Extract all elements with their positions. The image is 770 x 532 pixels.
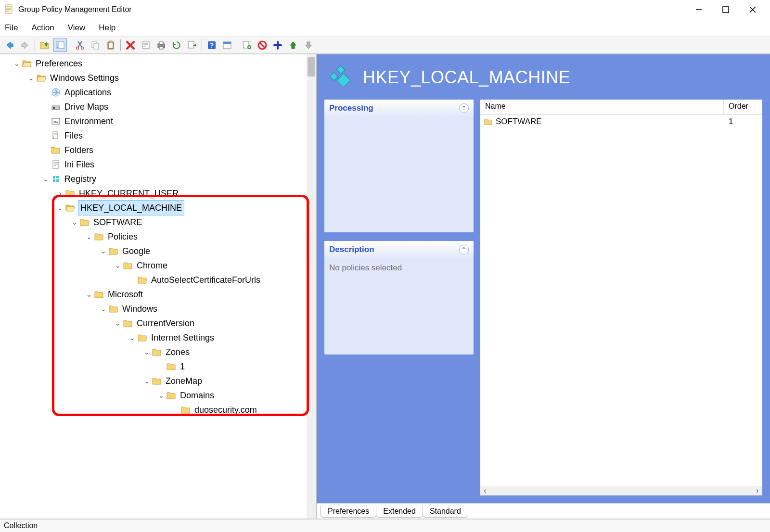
svg-rect-1 bbox=[723, 7, 729, 13]
copy-button[interactable] bbox=[89, 38, 102, 52]
svg-rect-19 bbox=[223, 42, 231, 44]
svg-rect-14 bbox=[159, 47, 163, 49]
tab-standard[interactable]: Standard bbox=[423, 506, 468, 518]
tree-item-folders[interactable]: ⌄Folders bbox=[0, 143, 316, 157]
stop-button[interactable] bbox=[256, 38, 269, 52]
list-item-order: 1 bbox=[724, 117, 762, 127]
paste-button[interactable] bbox=[104, 38, 117, 52]
svg-rect-9 bbox=[109, 43, 113, 48]
tree-item-internet-settings[interactable]: ⌄Internet Settings bbox=[0, 330, 316, 345]
add-button[interactable] bbox=[271, 38, 284, 52]
new-item-button[interactable] bbox=[240, 38, 254, 52]
cut-button[interactable] bbox=[73, 38, 87, 52]
svg-point-4 bbox=[77, 47, 79, 50]
tree-item-environment[interactable]: ⌄%xEnvironment bbox=[0, 114, 316, 128]
column-header-name[interactable]: Name bbox=[480, 100, 724, 114]
move-up-button[interactable] bbox=[286, 38, 300, 52]
tree[interactable]: ⌄Preferences ⌄Windows Settings ⌄Applicat… bbox=[0, 54, 316, 419]
list-item[interactable]: SOFTWARE 1 bbox=[480, 115, 762, 128]
tree-item-google[interactable]: ⌄Google bbox=[0, 244, 316, 258]
options-button[interactable] bbox=[220, 38, 234, 52]
list-horizontal-scrollbar[interactable]: ‹› bbox=[480, 486, 762, 495]
collapse-processing-button[interactable]: ⌃ bbox=[459, 103, 469, 113]
details-title: HKEY_LOCAL_MACHINE bbox=[363, 67, 570, 88]
items-list: Name Order SOFTWARE 1 ‹› bbox=[480, 100, 762, 495]
tree-item-hklm[interactable]: ⌄HKEY_LOCAL_MACHINE bbox=[0, 201, 316, 215]
tree-item-autoselect[interactable]: ⌄AutoSelectCertificateForUrls bbox=[0, 273, 316, 287]
details-tabs: Preferences Extended Standard bbox=[317, 503, 770, 518]
tree-vertical-scrollbar[interactable] bbox=[307, 54, 316, 519]
show-hide-tree-button[interactable] bbox=[53, 38, 67, 52]
svg-rect-13 bbox=[159, 42, 163, 44]
forward-button[interactable] bbox=[18, 38, 32, 52]
registry-icon bbox=[328, 64, 355, 91]
tree-item-microsoft[interactable]: ⌄Microsoft bbox=[0, 287, 316, 302]
print-button[interactable] bbox=[154, 38, 168, 52]
maximize-button[interactable] bbox=[712, 0, 739, 19]
back-button[interactable] bbox=[3, 38, 16, 52]
folder-icon bbox=[484, 117, 493, 126]
svg-rect-29 bbox=[53, 161, 59, 168]
collapse-description-button[interactable]: ⌃ bbox=[459, 245, 469, 254]
svg-rect-11 bbox=[142, 42, 149, 49]
tree-item-windows[interactable]: ⌄Windows bbox=[0, 302, 316, 316]
menu-view[interactable]: View bbox=[68, 23, 86, 33]
menu-help[interactable]: Help bbox=[99, 23, 116, 33]
svg-rect-33 bbox=[56, 179, 59, 182]
tree-item-applications[interactable]: ⌄Applications bbox=[0, 85, 316, 100]
details-header: HKEY_LOCAL_MACHINE bbox=[328, 64, 762, 91]
tree-item-zonemap[interactable]: ⌄ZoneMap bbox=[0, 374, 316, 388]
svg-rect-32 bbox=[53, 179, 55, 182]
toolbar-sep bbox=[35, 39, 35, 51]
menu-file[interactable]: File bbox=[5, 23, 18, 33]
delete-button[interactable] bbox=[124, 38, 137, 52]
tree-item-currentversion[interactable]: ⌄CurrentVersion bbox=[0, 316, 316, 330]
tree-item-files[interactable]: ⌄Files bbox=[0, 128, 316, 143]
svg-rect-35 bbox=[330, 73, 338, 81]
tree-item-chrome[interactable]: ⌄Chrome bbox=[0, 258, 316, 273]
tree-item-duosecurity[interactable]: ⌄duosecurity.com bbox=[0, 403, 316, 417]
tree-item-drive-maps[interactable]: ⌄Drive Maps bbox=[0, 100, 316, 114]
properties-button[interactable] bbox=[139, 38, 153, 52]
refresh-button[interactable] bbox=[170, 38, 183, 52]
status-text: Collection bbox=[4, 521, 38, 530]
title-bar: Group Policy Management Editor bbox=[0, 0, 770, 19]
tab-preferences[interactable]: Preferences bbox=[321, 506, 376, 518]
svg-rect-25 bbox=[53, 107, 55, 109]
processing-header-label: Processing bbox=[329, 103, 373, 113]
tree-item-policies[interactable]: ⌄Policies bbox=[0, 229, 316, 244]
app-icon bbox=[4, 4, 13, 15]
processing-panel: Processing ⌃ bbox=[324, 100, 474, 232]
description-text: No policies selected bbox=[329, 263, 402, 272]
details-panel: HKEY_LOCAL_MACHINE Processing ⌃ bbox=[317, 54, 770, 519]
tree-item-hkcu[interactable]: ›HKEY_CURRENT_USER bbox=[0, 186, 316, 201]
tree-item-ini-files[interactable]: ⌄Ini Files bbox=[0, 157, 316, 172]
svg-text:?: ? bbox=[210, 41, 214, 49]
svg-text:%x: %x bbox=[53, 120, 58, 124]
tree-item-windows-settings[interactable]: ⌄Windows Settings bbox=[0, 71, 316, 85]
svg-rect-34 bbox=[337, 66, 345, 74]
tree-item-domains[interactable]: ⌄Domains bbox=[0, 388, 316, 403]
menu-bar: File Action View Help bbox=[0, 19, 770, 37]
tree-item-zones[interactable]: ⌄Zones bbox=[0, 345, 316, 359]
toolbar-sep bbox=[202, 39, 202, 51]
help-button[interactable]: ? bbox=[205, 38, 218, 52]
column-header-order[interactable]: Order bbox=[724, 100, 762, 114]
menu-action[interactable]: Action bbox=[31, 23, 54, 33]
tab-extended[interactable]: Extended bbox=[376, 506, 423, 518]
close-button[interactable] bbox=[739, 0, 766, 19]
window-title: Group Policy Management Editor bbox=[18, 5, 685, 14]
description-header-label: Description bbox=[329, 245, 374, 254]
minimize-button[interactable] bbox=[685, 0, 712, 19]
export-button[interactable] bbox=[185, 38, 199, 52]
tree-item-software[interactable]: ⌄SOFTWARE bbox=[0, 215, 316, 229]
move-down-button[interactable] bbox=[302, 38, 315, 52]
toolbar-sep bbox=[120, 39, 121, 51]
toolbar-sep bbox=[237, 39, 237, 51]
list-item-name: SOFTWARE bbox=[496, 117, 724, 127]
tree-item-zone1[interactable]: ⌄1 bbox=[0, 359, 316, 374]
tree-panel: ⌄Preferences ⌄Windows Settings ⌄Applicat… bbox=[0, 54, 317, 519]
tree-item-registry[interactable]: ⌄Registry bbox=[0, 172, 316, 186]
up-button[interactable] bbox=[38, 38, 51, 52]
tree-item-preferences[interactable]: ⌄Preferences bbox=[0, 56, 316, 71]
